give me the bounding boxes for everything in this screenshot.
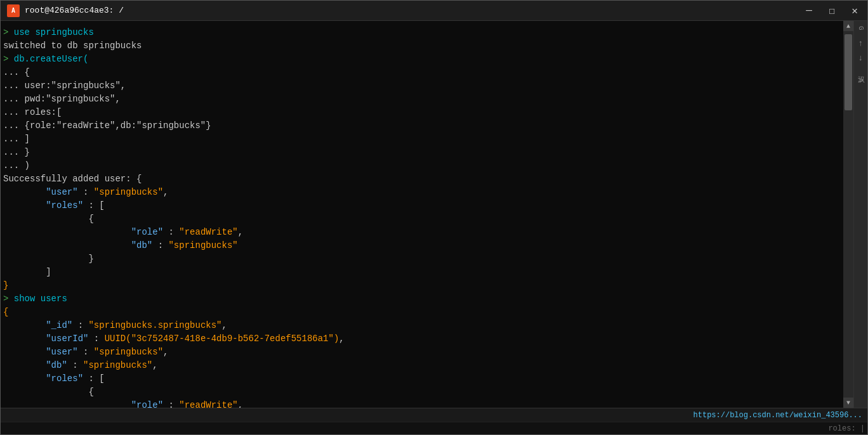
scroll-up-button[interactable]: ▲ — [843, 21, 853, 31]
terminal-line: > show users — [3, 292, 841, 306]
scrollbar-track[interactable] — [843, 31, 853, 398]
terminal-line: ... user:"springbucks", — [3, 79, 841, 93]
window-title: root@426a96cc4ae3: / — [25, 6, 124, 15]
bottom-bar: roles: | — [1, 422, 867, 434]
maximize-button[interactable]: ☐ — [825, 4, 838, 17]
status-link[interactable]: https://blog.csdn.net/weixin_43596... — [694, 411, 862, 420]
terminal-line: "userId" : UUID("3c752487-418e-4db9-b562… — [3, 332, 841, 346]
sidebar-down-icon[interactable]: ↓ — [858, 53, 864, 63]
bottom-text: roles: | — [828, 424, 865, 433]
terminal-line: > db.createUser( — [3, 53, 841, 66]
terminal-line: { — [3, 212, 841, 226]
close-button[interactable]: ✕ — [848, 4, 861, 17]
terminal-line: ... {role:"readWrite",db:"springbucks"} — [3, 119, 841, 133]
terminal-line: "user" : "springbucks", — [3, 346, 841, 359]
terminal-line: "db" : "springbucks", — [3, 359, 841, 372]
terminal-icon: A — [7, 4, 20, 17]
minimize-button[interactable]: — — [803, 4, 815, 17]
sidebar-a-icon: A — [857, 78, 865, 82]
terminal-line: "db" : "springbucks" — [3, 239, 841, 252]
status-bar: https://blog.csdn.net/weixin_43596... — [1, 408, 867, 422]
terminal-window: A root@426a96cc4ae3: / — ☐ ✕ > use sprin… — [0, 0, 868, 435]
terminal-line: ... roles:[ — [3, 106, 841, 119]
terminal-line: "roles" : [ — [3, 199, 841, 212]
scroll-down-button[interactable]: ▼ — [843, 398, 853, 408]
terminal-line: ] — [3, 266, 841, 279]
terminal-line: { — [3, 306, 841, 319]
terminal-output[interactable]: > use springbucks switched to db springb… — [1, 21, 843, 408]
terminal-line: "_id" : "springbucks.springbucks", — [3, 319, 841, 332]
terminal-line: "user" : "springbucks", — [3, 186, 841, 199]
terminal-line: ... pwd:"springbucks", — [3, 93, 841, 106]
content-area: > use springbucks switched to db springb… — [1, 21, 867, 408]
terminal-line: > use springbucks — [3, 26, 841, 39]
window-controls: — ☐ ✕ — [803, 4, 861, 17]
sidebar-up-icon[interactable]: ↑ — [858, 39, 864, 48]
terminal-line: } — [3, 252, 841, 266]
terminal-line: ... { — [3, 66, 841, 79]
terminal-line: Successfully added user: { — [3, 172, 841, 186]
terminal-line: ... ) — [3, 159, 841, 172]
terminal-line: { — [3, 386, 841, 399]
terminal-line: switched to db springbucks — [3, 39, 841, 53]
terminal-line: } — [3, 279, 841, 292]
terminal-line: ... ] — [3, 133, 841, 146]
titlebar: A root@426a96cc4ae3: / — ☐ ✕ — [1, 1, 867, 21]
scrollbar-thumb[interactable] — [845, 34, 852, 110]
terminal-line: "roles" : [ — [3, 372, 841, 386]
scrollbar[interactable]: ▲ ▼ — [843, 21, 853, 408]
right-sidebar: G ↑ ↓ 汉 A — [853, 21, 867, 408]
terminal-line: "role" : "readWrite", — [3, 399, 841, 408]
sidebar-label-1: G — [857, 26, 865, 31]
terminal-line: ... } — [3, 146, 841, 159]
terminal-line: "role" : "readWrite", — [3, 226, 841, 239]
